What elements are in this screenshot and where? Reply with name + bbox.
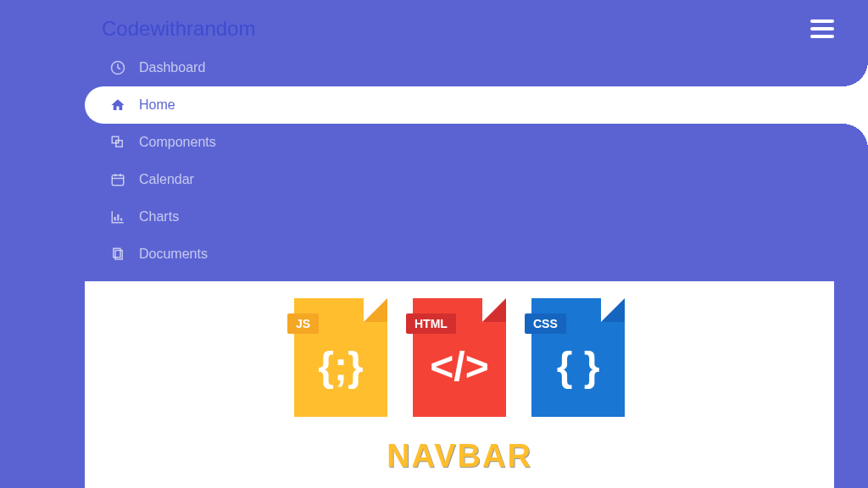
html-symbol: </> <box>430 343 488 390</box>
home-icon <box>110 97 125 113</box>
documents-icon <box>110 247 125 262</box>
sidebar-item-charts[interactable]: Charts <box>85 198 868 236</box>
sidebar-item-label: Dashboard <box>139 60 205 75</box>
dashboard-icon <box>110 60 125 75</box>
main-content: JS {;} HTML </> CSS { } NAVBAR <box>85 281 834 488</box>
svg-rect-7 <box>114 217 116 221</box>
sidebar-item-documents[interactable]: Documents <box>85 236 868 273</box>
sidebar-item-label: Documents <box>139 247 208 262</box>
sidebar-item-calendar[interactable]: Calendar <box>85 161 868 198</box>
css-symbol: { } <box>557 343 600 390</box>
file-label: CSS <box>525 313 566 334</box>
sidebar-item-dashboard[interactable]: Dashboard <box>85 49 868 86</box>
hamburger-menu-icon[interactable] <box>810 19 834 38</box>
calendar-icon <box>110 172 125 187</box>
svg-rect-8 <box>117 214 119 221</box>
css-file-icon: CSS { } <box>531 298 625 417</box>
sidebar-item-label: Components <box>139 135 216 150</box>
file-icons-row: JS {;} HTML </> CSS { } <box>294 298 625 417</box>
sidebar-item-components[interactable]: Components <box>85 124 868 161</box>
sidebar-item-home[interactable]: Home <box>85 86 868 124</box>
html-file-icon: HTML </> <box>413 298 506 417</box>
sidebar-item-label: Charts <box>139 209 179 225</box>
sidebar-nav: Dashboard Home Components Calendar Chart… <box>0 49 868 273</box>
file-label: JS <box>287 313 319 334</box>
svg-rect-3 <box>112 175 124 186</box>
file-label: HTML <box>406 313 456 334</box>
sidebar-item-label: Calendar <box>139 172 194 187</box>
svg-rect-9 <box>120 219 122 221</box>
components-icon <box>110 135 125 150</box>
page-title: NAVBAR <box>387 438 532 474</box>
js-file-icon: JS {;} <box>294 298 387 417</box>
js-symbol: {;} <box>318 343 363 390</box>
brand-title: Codewithrandom <box>102 17 255 41</box>
sidebar-item-label: Home <box>139 97 175 113</box>
charts-icon <box>110 209 125 225</box>
